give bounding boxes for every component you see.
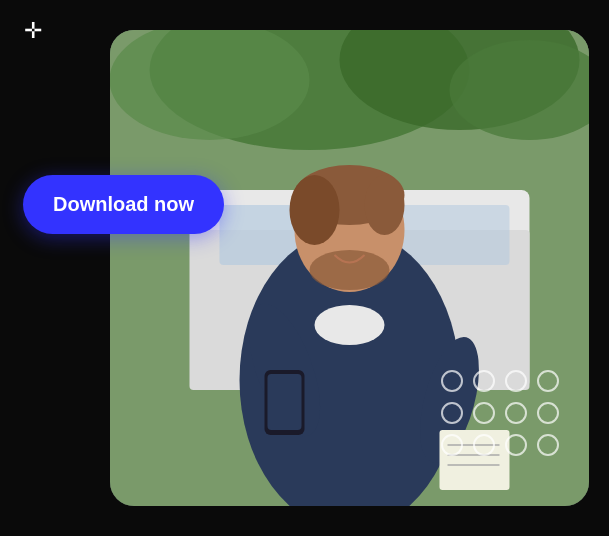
dot-12 — [537, 434, 559, 456]
dot-5 — [441, 402, 463, 424]
image-card — [110, 30, 589, 506]
dot-9 — [441, 434, 463, 456]
dot-1 — [441, 370, 463, 392]
dot-7 — [505, 402, 527, 424]
svg-point-13 — [365, 175, 405, 235]
dot-6 — [473, 402, 495, 424]
dot-3 — [505, 370, 527, 392]
dot-4 — [537, 370, 559, 392]
dots-grid — [441, 370, 559, 456]
dot-11 — [505, 434, 527, 456]
dot-10 — [473, 434, 495, 456]
download-now-button[interactable]: Download now — [23, 175, 224, 234]
dot-8 — [537, 402, 559, 424]
svg-point-12 — [290, 175, 340, 245]
svg-point-15 — [315, 305, 385, 345]
svg-rect-18 — [268, 374, 302, 430]
scene: ✛ — [0, 0, 609, 536]
svg-point-14 — [310, 250, 390, 290]
dot-2 — [473, 370, 495, 392]
crosshair-top-left-icon: ✛ — [20, 18, 46, 44]
